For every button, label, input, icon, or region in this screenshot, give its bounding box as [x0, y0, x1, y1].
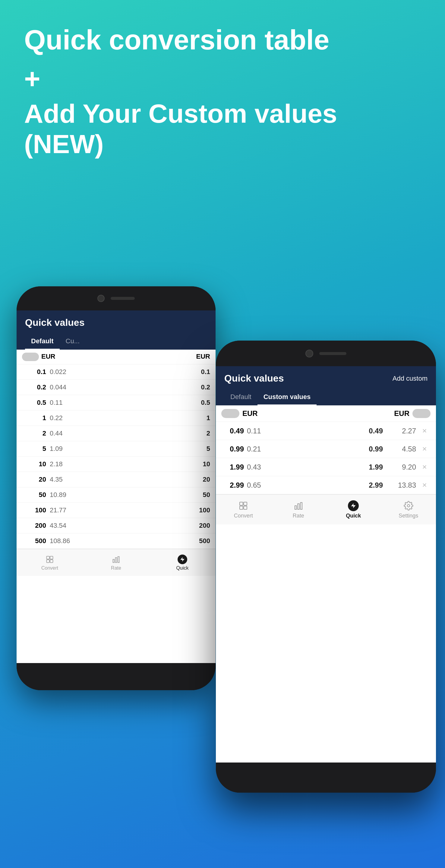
front-phone-bottom-bar	[216, 763, 436, 793]
front-col4: 13.83	[386, 481, 416, 490]
svg-rect-4	[113, 559, 115, 563]
svg-point-16	[407, 504, 410, 507]
col3: 0.2	[80, 383, 210, 391]
front-col2: 0.43	[247, 463, 271, 471]
svg-rect-0	[47, 556, 50, 559]
back-toggle-left[interactable]	[22, 352, 39, 361]
front-col1: 0.49	[221, 427, 244, 435]
back-nav-quick[interactable]: Quick	[149, 555, 215, 571]
col2: 0.022	[50, 368, 80, 376]
col1: 50	[22, 491, 46, 499]
front-nav-settings[interactable]: Settings	[381, 500, 436, 519]
svg-rect-9	[244, 502, 247, 505]
col1: 0.1	[22, 368, 46, 376]
svg-marker-15	[351, 503, 356, 508]
back-tab-default[interactable]: Default	[25, 334, 60, 350]
table-row: 500 108.86 500	[17, 533, 215, 549]
svg-rect-11	[244, 506, 247, 509]
front-col4: 4.58	[386, 445, 416, 453]
front-phone-speaker	[319, 352, 347, 355]
front-bottom-nav: Convert Rate Quick	[216, 494, 436, 524]
add-custom-button[interactable]: Add custom	[392, 375, 427, 382]
table-row: 2 0.44 2	[17, 426, 215, 441]
quick-icon	[178, 555, 187, 564]
front-table-row: 0.49 0.11 0.49 2.27 ×	[216, 422, 436, 440]
delete-icon[interactable]: ×	[418, 426, 431, 435]
svg-rect-10	[240, 506, 243, 509]
delete-icon[interactable]: ×	[418, 480, 431, 490]
col3: 50	[80, 491, 210, 499]
quick-icon	[348, 500, 359, 511]
front-nav-quick[interactable]: Quick	[326, 500, 381, 519]
front-app-header: Quick values Add custom Default Custom v…	[216, 366, 436, 405]
front-col2: 0.21	[247, 445, 271, 453]
front-col1: 0.99	[221, 445, 244, 453]
back-tab-custom[interactable]: Cu...	[60, 334, 86, 350]
front-toggle-right[interactable]	[412, 409, 431, 418]
back-phone-camera	[97, 295, 105, 302]
col3: 500	[80, 537, 210, 545]
svg-rect-6	[118, 556, 119, 562]
table-row: 100 21.77 100	[17, 503, 215, 518]
front-table: EUR EUR 0.49 0.11 0.49 2.27 × 0.99 0.21 …	[216, 405, 436, 494]
col1: 20	[22, 475, 46, 484]
front-col3: 0.99	[277, 445, 383, 453]
table-row: 0.1 0.022 0.1	[17, 364, 215, 380]
gear-icon	[403, 500, 414, 511]
front-toggle-left[interactable]	[221, 409, 239, 418]
front-nav-convert[interactable]: Convert	[216, 500, 271, 519]
back-phone-notch	[17, 286, 215, 310]
back-currency-right: EUR	[196, 352, 210, 361]
col3: 5	[80, 445, 210, 453]
table-row: 200 43.54 200	[17, 518, 215, 533]
col1: 500	[22, 537, 46, 545]
front-header-row: EUR EUR	[216, 405, 436, 422]
front-app-title: Quick values	[224, 373, 284, 384]
front-tab-default[interactable]: Default	[224, 390, 258, 405]
col3: 2	[80, 430, 210, 437]
hero-subtitle: Add Your Custom values (NEW)	[24, 98, 421, 159]
front-tab-custom[interactable]: Custom values	[258, 390, 317, 405]
svg-rect-3	[50, 560, 53, 562]
table-row: 1 0.22 1	[17, 410, 215, 426]
back-bottom-nav: Convert Rate Quick	[17, 549, 215, 576]
back-phone-speaker	[111, 297, 135, 300]
col2: 0.44	[50, 430, 80, 437]
col3: 200	[80, 522, 210, 530]
delete-icon[interactable]: ×	[418, 462, 431, 472]
front-currency-left: EUR	[242, 409, 394, 418]
col3: 20	[80, 475, 210, 484]
col3: 10	[80, 460, 210, 468]
front-col3: 0.49	[277, 427, 383, 435]
back-app-header: Quick values Default Cu...	[17, 310, 215, 350]
col2: 10.89	[50, 491, 80, 499]
front-table-row: 1.99 0.43 1.99 9.20 ×	[216, 458, 436, 476]
front-nav-rate[interactable]: Rate	[271, 500, 326, 519]
back-currency-left: EUR	[41, 352, 196, 361]
front-currency-right: EUR	[394, 409, 409, 418]
back-nav-convert[interactable]: Convert	[17, 555, 83, 571]
svg-marker-7	[180, 557, 184, 561]
front-col3: 1.99	[277, 463, 383, 471]
phone-front: Quick values Add custom Default Custom v…	[216, 341, 436, 793]
table-row: 0.5 0.11 0.5	[17, 395, 215, 410]
col1: 0.5	[22, 399, 46, 407]
front-app-title-row: Quick values Add custom	[224, 373, 427, 390]
col1: 1	[22, 414, 46, 422]
col2: 108.86	[50, 537, 80, 545]
svg-rect-12	[295, 506, 296, 509]
delete-icon[interactable]: ×	[418, 444, 431, 454]
svg-rect-2	[47, 560, 50, 562]
front-table-row: 2.99 0.65 2.99 13.83 ×	[216, 476, 436, 494]
bar-chart-icon	[111, 555, 121, 564]
front-table-row: 0.99 0.21 0.99 4.58 ×	[216, 440, 436, 458]
col2: 0.11	[50, 399, 80, 407]
front-col1: 2.99	[221, 481, 244, 490]
svg-rect-5	[116, 558, 117, 562]
back-nav-rate[interactable]: Rate	[83, 555, 149, 571]
col2: 2.18	[50, 460, 80, 468]
phone-back: Quick values Default Cu... EUR EUR 0.1 0…	[17, 286, 215, 690]
col2: 0.044	[50, 383, 80, 391]
hero-plus: +	[24, 62, 421, 95]
front-col4: 2.27	[386, 427, 416, 435]
